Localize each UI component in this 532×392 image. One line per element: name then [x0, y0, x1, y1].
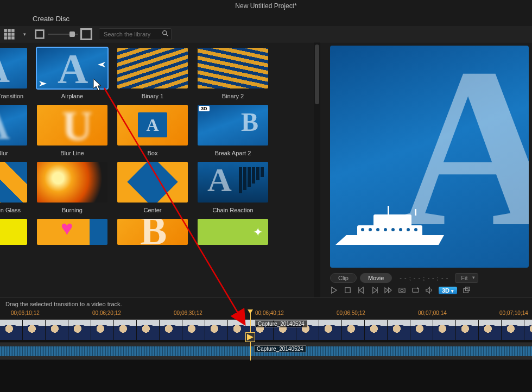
slider-thumb[interactable]	[69, 31, 75, 37]
transition-thumb[interactable]	[0, 219, 27, 245]
transition-break-apart-2[interactable]: 3DB Break Apart 2	[198, 105, 268, 156]
transition-thumb[interactable]: ♥	[37, 219, 107, 245]
svg-marker-13	[98, 62, 105, 67]
small-thumb-icon	[34, 28, 46, 40]
svg-marker-36	[389, 288, 392, 293]
timecode-display: - - ; - - ; - - ; - -	[400, 275, 448, 281]
ruler-tick: 00;06;40;12	[255, 310, 284, 316]
audio-track[interactable]: Capture_20140524	[0, 343, 532, 359]
thumb-label: Binary 2	[198, 93, 268, 99]
volume-icon[interactable]	[425, 286, 433, 294]
search-icon[interactable]	[159, 30, 171, 39]
transition-blur[interactable]: A Blur	[0, 105, 27, 156]
zoom-fit-dropdown[interactable]: Fit	[455, 273, 478, 283]
video-frame	[365, 320, 388, 343]
transition-chain-reaction[interactable]: A Chain Reaction	[198, 162, 268, 213]
transition-binary-1[interactable]: Binary 1	[117, 48, 188, 99]
loop-icon[interactable]	[411, 286, 420, 294]
svg-marker-44	[247, 334, 254, 340]
transition-drop-indicator[interactable]	[245, 332, 255, 342]
thumb-label: Binary 1	[117, 93, 188, 99]
grid-dropdown-icon[interactable]: ▾	[18, 28, 30, 40]
svg-point-27	[407, 228, 410, 231]
svg-marker-29	[332, 287, 337, 293]
video-frame	[524, 320, 532, 343]
video-frame	[137, 320, 160, 343]
svg-marker-14	[39, 81, 47, 86]
svg-rect-7	[8, 36, 11, 40]
transition-thumb[interactable]: B	[117, 219, 188, 245]
clip-mode-button[interactable]: Clip	[330, 273, 357, 283]
fast-forward-icon[interactable]	[384, 286, 392, 294]
svg-line-12	[166, 34, 168, 36]
status-bar: Drag the selected transition to a video …	[0, 298, 532, 309]
svg-rect-8	[11, 36, 15, 40]
transition-center[interactable]: Center	[117, 162, 188, 213]
ruler-tick: 00;06;20;12	[92, 310, 121, 316]
ship-graphic	[335, 203, 449, 262]
thumb-label: Center	[117, 207, 188, 213]
badge-3d: 3D	[199, 106, 210, 111]
title-bar: New Untitled Project*	[0, 0, 532, 12]
video-frame	[23, 320, 46, 343]
svg-rect-0	[4, 29, 7, 32]
svg-rect-9	[36, 30, 44, 38]
status-text: Drag the selected transition to a video …	[5, 301, 122, 307]
prev-frame-icon[interactable]	[357, 286, 365, 294]
video-frame	[46, 320, 68, 343]
svg-point-26	[399, 228, 402, 231]
movie-mode-button[interactable]: Movie	[360, 273, 392, 283]
next-frame-icon[interactable]	[371, 286, 379, 294]
grid-view-icon[interactable]	[3, 28, 15, 40]
timeline[interactable]: 00;06;10;1200;06;20;1200;06;30;1200;06;4…	[0, 309, 532, 392]
tab-row: Create Disc	[0, 12, 532, 26]
transition-broken-glass[interactable]: Broken Glass	[0, 162, 27, 213]
stop-icon[interactable]	[344, 286, 352, 294]
thumb-size-slider[interactable]	[34, 28, 92, 40]
svg-point-21	[361, 228, 364, 231]
video-frame	[342, 320, 365, 343]
svg-marker-16	[335, 235, 444, 245]
svg-point-24	[384, 228, 387, 231]
video-frame	[182, 320, 205, 343]
transition-binary-2[interactable]: Binary 2	[198, 48, 268, 99]
slider-track[interactable]	[48, 34, 78, 35]
video-frame	[68, 320, 91, 343]
snapshot-icon[interactable]	[398, 286, 406, 294]
svg-marker-31	[359, 287, 364, 293]
transition-thumb[interactable]: ✦	[198, 219, 268, 245]
play-icon[interactable]	[330, 286, 338, 294]
search-box[interactable]	[99, 28, 172, 40]
undock-icon[interactable]	[463, 286, 471, 294]
transition-burning[interactable]: Burning	[37, 162, 107, 213]
transition-airplane[interactable]: A Airplane	[37, 48, 107, 99]
transition-page-transition[interactable]: A Page Transition	[0, 48, 27, 99]
thumb-label: Page Transition	[0, 93, 27, 99]
svg-point-38	[401, 289, 403, 292]
svg-point-11	[162, 30, 166, 34]
library-scrollbar[interactable]	[314, 42, 320, 298]
video-frame	[388, 320, 410, 343]
tab-create-disc[interactable]: Create Disc	[33, 15, 69, 23]
svg-marker-33	[373, 287, 377, 293]
svg-rect-6	[4, 36, 7, 40]
3d-toggle[interactable]: 3D	[439, 287, 457, 294]
thumb-label: Blur Line	[37, 150, 107, 156]
video-frame	[160, 320, 182, 343]
video-clip-label: Capture_20140524	[255, 320, 307, 327]
video-frame	[114, 320, 137, 343]
scrollbar-handle[interactable]	[315, 45, 319, 104]
svg-rect-17	[357, 225, 422, 236]
plane-icon	[39, 81, 47, 86]
timeline-ruler[interactable]: 00;06;10;1200;06;20;1200;06;30;1200;06;4…	[0, 309, 532, 319]
thumb-label: Airplane	[37, 93, 107, 99]
transition-box[interactable]: A Box	[117, 105, 188, 156]
svg-rect-5	[11, 33, 15, 36]
search-input[interactable]	[99, 31, 159, 37]
svg-marker-41	[426, 287, 430, 293]
transition-blur-line[interactable]: U Blur Line	[37, 105, 107, 156]
ruler-tick: 00;07;10;14	[499, 310, 528, 316]
thumb-label: Broken Glass	[0, 207, 27, 213]
video-frame	[91, 320, 114, 343]
svg-point-23	[376, 228, 379, 231]
